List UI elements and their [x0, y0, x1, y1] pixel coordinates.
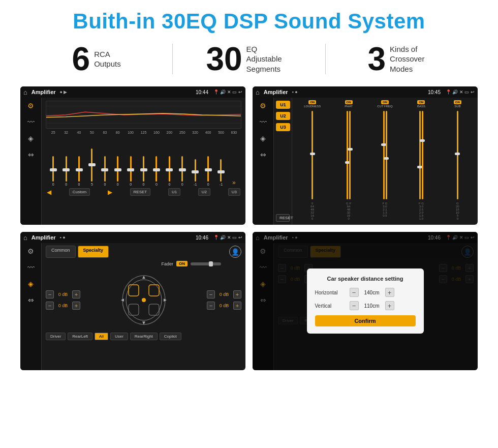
sidebar-left-1: ⚙ 〰 ◈ ⇔ [20, 98, 42, 225]
spk-btn-rearright[interactable]: RearRight [130, 333, 158, 340]
sidebar-speaker-icon-2[interactable]: ◈ [260, 134, 266, 142]
svg-text:▼: ▼ [141, 320, 146, 325]
eq-slider-col-13[interactable]: 0 [202, 135, 214, 186]
crossover-main: ON LOUDNESS 0 ON PHAT [292, 98, 478, 225]
spk-btn-user[interactable]: User [110, 333, 128, 340]
eq-slider-col-3[interactable]: 0 [73, 135, 85, 186]
eq-u1-btn[interactable]: U1 [168, 188, 180, 196]
sidebar-arrows-icon-2[interactable]: ⇔ [260, 151, 266, 159]
fader-toggle[interactable]: ON [176, 261, 188, 266]
dialog-vertical-minus[interactable]: − [350, 301, 359, 310]
eq-prev-btn[interactable]: ◀ [47, 189, 51, 196]
db-plus-4[interactable]: + [233, 302, 241, 310]
confirm-button[interactable]: Confirm [315, 315, 416, 326]
bass-toggle[interactable]: ON [417, 100, 425, 104]
sidebar-left-2: ⚙ 〰 ◈ ⇔ [253, 98, 274, 225]
eq-reset-btn[interactable]: RESET [130, 188, 151, 196]
phat-toggle[interactable]: ON [345, 100, 353, 104]
eq-u3-btn[interactable]: U3 [228, 188, 240, 196]
crossover-u1-btn[interactable]: U1 [276, 101, 290, 109]
eq-u2-btn[interactable]: U2 [198, 188, 210, 196]
eq-slider-col-11[interactable]: 0 [176, 135, 189, 186]
sub-toggle[interactable]: ON [454, 100, 461, 104]
sidebar-arrows-icon-3[interactable]: ⇔ [28, 296, 34, 304]
tab-specialty[interactable]: Specialty [78, 246, 109, 258]
db-minus-1[interactable]: − [46, 290, 54, 298]
eq-slider-col-12[interactable]: -1 [189, 135, 201, 186]
dialog-vertical-plus[interactable]: + [385, 301, 394, 310]
eq-slider-col-2[interactable]: 0 [59, 135, 72, 186]
spk-btn-copilot[interactable]: Copilot [160, 333, 181, 340]
dialog-horizontal-label: Horizontal [315, 290, 346, 295]
stat-number-eq: 30 [206, 43, 242, 75]
sidebar-eq-icon[interactable]: ⚙ [27, 102, 34, 110]
db-plus-1[interactable]: + [72, 290, 80, 298]
eq-bottom-bar: ◀ Custom ▶ RESET U1 U2 U3 [46, 186, 241, 197]
eq-slider-col-8[interactable]: 0 [137, 135, 150, 186]
eq-slider-col-15[interactable]: » [228, 135, 240, 186]
cutfreq-toggle[interactable]: ON [381, 100, 389, 104]
sidebar-arrows-icon[interactable]: ⇔ [28, 151, 34, 159]
speaker-buttons-bottom: Driver RearLeft All User RearRight Copil… [46, 333, 241, 340]
spk-btn-all[interactable]: All [95, 333, 108, 340]
channel-sub: ON SUB G [441, 100, 475, 205]
db-value-2: 0 dB [56, 303, 70, 308]
eq-slider-col-14[interactable]: -1 [214, 135, 227, 186]
home-icon-1[interactable]: ⌂ [23, 88, 27, 96]
svg-rect-5 [129, 285, 139, 296]
eq-slider-col-10[interactable]: 0 [163, 135, 176, 186]
status-bar-2: ⌂ Amplifier ▪ ● 10:45 📍 🔊 ✕ ▭ ↩ [253, 86, 478, 98]
db-row-2: − 0 dB + [46, 302, 80, 310]
db-minus-2[interactable]: − [46, 302, 54, 310]
eq-slider-col-4[interactable]: 5 [85, 135, 98, 186]
channel-bass: ON BASS F G [404, 100, 438, 205]
status-icons-1: 📍 🔊 ✕ ▭ ↩ [213, 89, 242, 95]
status-time-3: 10:46 [196, 235, 208, 241]
screen-eq-equalizer: ⌂ Amplifier ● ▶ 10:44 📍 🔊 ✕ ▭ ↩ ⚙ 〰 ◈ ⇔ [20, 86, 245, 225]
user-icon-3[interactable]: 👤 [229, 246, 241, 258]
sidebar-speaker-icon-3[interactable]: ◈ [28, 280, 34, 288]
spk-btn-driver[interactable]: Driver [46, 333, 66, 340]
sidebar-speaker-icon[interactable]: ◈ [28, 134, 34, 142]
dialog-horizontal-plus[interactable]: + [385, 288, 394, 297]
sidebar-eq-icon-2[interactable]: ⚙ [260, 102, 266, 110]
home-icon-3[interactable]: ⌂ [23, 234, 27, 242]
sidebar-wave-icon[interactable]: 〰 [27, 118, 35, 126]
screen-speaker-distance: ⌂ Amplifier ▪ ● 10:46 📍 🔊 ✕ ▭ ↩ ⚙ 〰 ◈ ⇔ … [253, 232, 478, 370]
crossover-u2-btn[interactable]: U2 [276, 112, 290, 120]
app-title-1: Amplifier [32, 89, 56, 95]
stat-number-rca: 6 [72, 43, 90, 75]
eq-slider-col-5[interactable]: 0 [99, 135, 111, 186]
status-dots-1: ● ▶ [60, 89, 68, 95]
svg-text:▲: ▲ [141, 274, 146, 280]
db-minus-3[interactable]: − [207, 290, 215, 298]
db-controls-right: − 0 dB + − 0 dB + [207, 290, 241, 310]
svg-point-9 [142, 298, 146, 302]
sidebar-wave-icon-3[interactable]: 〰 [27, 263, 35, 272]
tab-common[interactable]: Common [46, 246, 76, 258]
fader-track[interactable] [191, 262, 221, 265]
app-title-3: Amplifier [32, 234, 56, 241]
crossover-u3-btn[interactable]: U3 [276, 123, 290, 131]
status-bar-3: ⌂ Amplifier ▪ ● 10:46 📍 🔊 ✕ ▭ ↩ [20, 232, 245, 243]
eq-custom-btn[interactable]: Custom [69, 188, 90, 196]
db-row-3: − 0 dB + [207, 290, 241, 298]
eq-slider-col-7[interactable]: 0 [124, 135, 137, 186]
eq-slider-col-6[interactable]: 0 [111, 135, 124, 186]
home-icon-2[interactable]: ⌂ [256, 88, 260, 96]
eq-slider-col-9[interactable]: 0 [150, 135, 163, 186]
eq-slider-col-1[interactable]: 0 [47, 135, 59, 186]
svg-rect-8 [149, 304, 159, 315]
db-plus-3[interactable]: + [233, 290, 241, 298]
db-plus-2[interactable]: + [72, 302, 80, 310]
stat-eq: 30 EQ AdjustableSegments [178, 43, 320, 75]
dialog-horizontal-minus[interactable]: − [350, 288, 359, 297]
sidebar-eq-icon-3[interactable]: ⚙ [27, 247, 34, 255]
db-minus-4[interactable]: − [207, 302, 215, 310]
sidebar-wave-icon-2[interactable]: 〰 [260, 118, 267, 126]
loudness-toggle[interactable]: ON [308, 100, 316, 104]
fader-thumb [209, 261, 213, 266]
crossover-reset-btn[interactable]: RESET [276, 214, 290, 222]
eq-next-btn[interactable]: ▶ [108, 189, 112, 196]
spk-btn-rearleft[interactable]: RearLeft [68, 333, 92, 340]
